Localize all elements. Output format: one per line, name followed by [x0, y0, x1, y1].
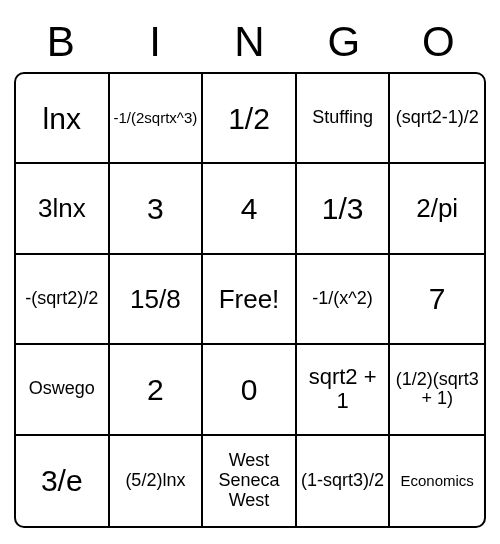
bingo-grid: lnx -1/(2sqrtx^3) 1/2 Stuffing (sqrt2-1)…: [14, 72, 486, 528]
bingo-cell[interactable]: 4: [203, 164, 297, 254]
bingo-cell[interactable]: (1/2)(sqrt3 + 1): [390, 345, 484, 435]
bingo-cell-free[interactable]: Free!: [203, 255, 297, 345]
bingo-cell[interactable]: 2/pi: [390, 164, 484, 254]
bingo-cell[interactable]: Stuffing: [297, 74, 391, 164]
header-n: N: [203, 18, 297, 66]
bingo-cell[interactable]: Economics: [390, 436, 484, 526]
bingo-cell[interactable]: 15/8: [110, 255, 204, 345]
bingo-cell[interactable]: sqrt2 + 1: [297, 345, 391, 435]
header-o: O: [392, 18, 486, 66]
bingo-cell[interactable]: 7: [390, 255, 484, 345]
bingo-cell[interactable]: lnx: [16, 74, 110, 164]
bingo-cell[interactable]: 0: [203, 345, 297, 435]
bingo-cell[interactable]: 1/3: [297, 164, 391, 254]
header-g: G: [297, 18, 391, 66]
bingo-cell[interactable]: 3/e: [16, 436, 110, 526]
bingo-cell[interactable]: 3lnx: [16, 164, 110, 254]
bingo-card: B I N G O lnx -1/(2sqrtx^3) 1/2 Stuffing…: [14, 18, 486, 528]
bingo-cell[interactable]: 3: [110, 164, 204, 254]
bingo-cell[interactable]: -1/(2sqrtx^3): [110, 74, 204, 164]
header-i: I: [108, 18, 202, 66]
bingo-cell[interactable]: (sqrt2-1)/2: [390, 74, 484, 164]
bingo-cell[interactable]: Oswego: [16, 345, 110, 435]
bingo-header-row: B I N G O: [14, 18, 486, 66]
bingo-cell[interactable]: -1/(x^2): [297, 255, 391, 345]
bingo-cell[interactable]: 2: [110, 345, 204, 435]
bingo-cell[interactable]: West Seneca West: [203, 436, 297, 526]
bingo-cell[interactable]: (5/2)lnx: [110, 436, 204, 526]
header-b: B: [14, 18, 108, 66]
bingo-cell[interactable]: -(sqrt2)/2: [16, 255, 110, 345]
bingo-cell[interactable]: (1-sqrt3)/2: [297, 436, 391, 526]
bingo-cell[interactable]: 1/2: [203, 74, 297, 164]
